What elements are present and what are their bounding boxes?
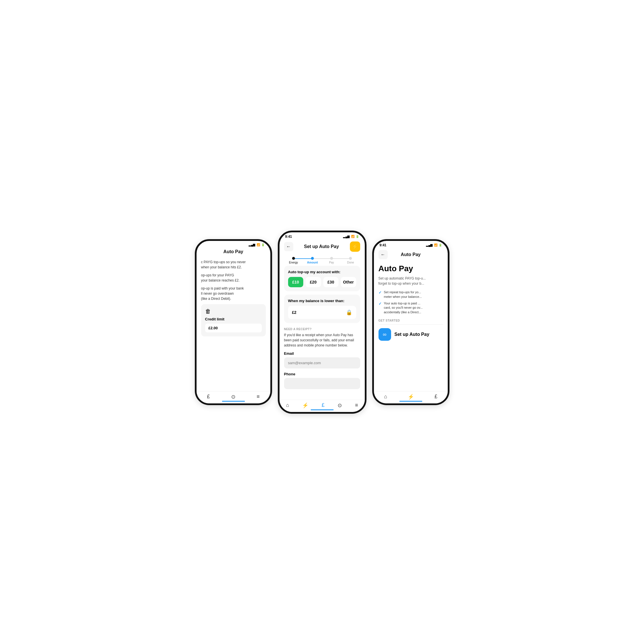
- phone-input[interactable]: [284, 378, 360, 389]
- step-amount-dot: [311, 257, 314, 260]
- right-nav-pounds[interactable]: £: [435, 394, 437, 400]
- wifi-icon: 📶: [257, 243, 260, 246]
- step-pay: Pay: [322, 257, 341, 264]
- check-icon-2: ✓: [379, 301, 382, 306]
- left-body-text-2: op-ups for your PAYGyour balance reaches…: [201, 273, 266, 283]
- left-nav-help[interactable]: ⊙: [231, 394, 235, 400]
- left-phone: ▂▄▆ 📶 🔋 Auto Pay c PAYG top-ups so you n…: [195, 239, 272, 405]
- step-line-3: [332, 258, 351, 259]
- center-nav-title: Set up Auto Pay: [304, 244, 339, 249]
- step-energy-dot: [292, 257, 295, 260]
- right-back-arrow: ←: [381, 252, 385, 257]
- amount-btn-10[interactable]: £10: [288, 277, 304, 287]
- center-wifi-icon: 📶: [351, 235, 354, 238]
- left-content: c PAYG top-ups so you neverwhen your bal…: [197, 257, 270, 339]
- center-back-arrow: ←: [286, 244, 291, 249]
- setup-auto-pay-button[interactable]: ∞ Set up Auto Pay: [379, 328, 443, 341]
- amount-options: £10 £20 £30 Other: [288, 277, 356, 287]
- checklist-text-2: Your auto top-up is paid ...card, so you…: [384, 301, 423, 314]
- right-wifi-icon: 📶: [434, 243, 437, 247]
- left-nav-menu[interactable]: ≡: [257, 394, 260, 400]
- step-amount: Amount: [303, 257, 322, 264]
- email-field-group: Email: [284, 351, 360, 368]
- center-nav-home[interactable]: ⌂: [286, 402, 289, 408]
- step-pay-dot: [330, 257, 333, 260]
- center-nav-menu[interactable]: ≡: [355, 402, 358, 408]
- balance-row: £2 🔒: [288, 306, 356, 319]
- right-signal-icon: ▂▄▆: [426, 243, 433, 247]
- step-energy: Energy: [284, 257, 303, 264]
- phone-label: Phone: [284, 372, 360, 376]
- right-nav-bar: ← Auto Pay: [374, 248, 448, 261]
- right-checklist: ✓ Set repeat top-ups for yo...meter when…: [379, 290, 443, 314]
- left-body-text-3: op-up is paid with your bankll never go …: [201, 286, 266, 301]
- right-divider: [379, 324, 443, 325]
- battery-icon: 🔋: [261, 243, 265, 246]
- balance-card: When my balance is lower than: £2 🔒: [284, 295, 360, 323]
- center-status-icons: ▂▄▆ 📶 🔋: [343, 235, 359, 238]
- receipt-description: If you'd like a receipt when your Auto P…: [284, 332, 360, 348]
- right-bottom-bar: [399, 401, 422, 402]
- phone-field-group: Phone: [284, 372, 360, 389]
- get-started-label: GET STARTED: [379, 319, 443, 322]
- infinity-icon: ∞: [379, 328, 391, 341]
- amount-btn-other[interactable]: Other: [341, 277, 356, 287]
- left-nav-pounds[interactable]: £: [207, 394, 210, 400]
- center-phone: 9:41 ▂▄▆ 📶 🔋 ← Set up Auto Pay ⚡ Energy: [278, 231, 366, 414]
- checklist-text-1: Set repeat top-ups for yo...meter when y…: [384, 290, 422, 299]
- center-back-button[interactable]: ←: [284, 242, 293, 251]
- screenshots-container: ▂▄▆ 📶 🔋 Auto Pay c PAYG top-ups so you n…: [165, 231, 479, 414]
- credit-limit-label: Credit limit: [205, 317, 262, 321]
- right-status-bar: 9:41 ▂▄▆ 📶 🔋: [374, 241, 448, 248]
- right-nav-home[interactable]: ⌂: [384, 394, 387, 400]
- right-nav-energy[interactable]: ⚡: [408, 394, 414, 400]
- right-back-button[interactable]: ←: [379, 250, 388, 259]
- center-nav-help[interactable]: ⊙: [338, 402, 342, 409]
- right-bottom-nav: ⌂ ⚡ £: [374, 391, 448, 403]
- right-description: Set up automatic PAYG top-u...forget to …: [379, 276, 443, 286]
- center-nav-pounds[interactable]: £: [322, 402, 324, 408]
- signal-icon: ▂▄▆: [249, 243, 255, 246]
- infinity-symbol: ∞: [383, 332, 387, 338]
- right-battery-icon: 🔋: [439, 243, 442, 247]
- amount-btn-20[interactable]: £20: [306, 277, 321, 287]
- step-amount-label: Amount: [307, 261, 318, 264]
- center-signal-icon: ▂▄▆: [343, 235, 350, 238]
- center-nav-energy[interactable]: ⚡: [302, 402, 308, 409]
- left-bottom-nav: £ ⊙ ≡: [197, 391, 270, 403]
- center-bottom-nav: ⌂ ⚡ £ ⊙ ≡: [280, 400, 365, 412]
- receipt-section: NEED A RECEIPT? If you'd like a receipt …: [284, 326, 360, 394]
- step-done-dot: [349, 257, 352, 260]
- left-nav-title: Auto Pay: [223, 249, 243, 254]
- step-done-label: Done: [347, 261, 354, 264]
- center-status-bar: 9:41 ▂▄▆ 📶 🔋: [280, 232, 365, 240]
- left-status-icons: ▂▄▆ 📶 🔋: [249, 243, 264, 246]
- step-line-1: [294, 258, 313, 259]
- balance-card-title: When my balance is lower than:: [288, 299, 356, 303]
- center-bottom-bar: [311, 409, 334, 410]
- right-status-icons: ▂▄▆ 📶 🔋: [426, 243, 442, 247]
- step-done: Done: [341, 257, 360, 264]
- center-battery-icon: 🔋: [356, 235, 359, 238]
- checklist-item-2: ✓ Your auto top-up is paid ...card, so y…: [379, 301, 443, 314]
- lock-icon: 🔒: [346, 309, 352, 316]
- topup-card-title: Auto top-up my account with:: [288, 270, 356, 274]
- center-nav-bar: ← Set up Auto Pay ⚡: [280, 240, 365, 254]
- check-icon-1: ✓: [379, 290, 382, 295]
- trash-icon: 🗑: [205, 308, 262, 315]
- center-scrollable: Auto top-up my account with: £10 £20 £30…: [280, 266, 365, 414]
- right-phone: 9:41 ▂▄▆ 📶 🔋 ← Auto Pay Auto Pay Set up …: [372, 239, 449, 405]
- email-label: Email: [284, 351, 360, 356]
- step-line-2: [312, 258, 332, 259]
- setup-btn-label: Set up Auto Pay: [395, 332, 429, 337]
- right-status-time: 9:41: [380, 243, 387, 247]
- left-bottom-bar: [222, 401, 245, 402]
- checklist-item-1: ✓ Set repeat top-ups for yo...meter when…: [379, 290, 443, 299]
- center-lightning-button[interactable]: ⚡: [350, 241, 360, 252]
- credit-limit-box: 🗑 Credit limit £2.00: [201, 304, 266, 336]
- email-input[interactable]: [284, 357, 360, 368]
- amount-btn-30[interactable]: £30: [323, 277, 339, 287]
- receipt-label: NEED A RECEIPT?: [284, 328, 360, 331]
- left-body-text-1: c PAYG top-ups so you neverwhen your bal…: [201, 259, 266, 270]
- right-page-title: Auto Pay: [379, 264, 443, 273]
